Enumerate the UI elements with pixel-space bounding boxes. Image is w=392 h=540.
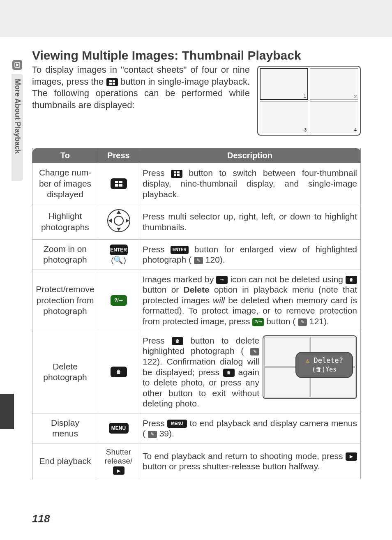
to-text: Display menus (51, 418, 79, 438)
desc-text: button or press shutter-release button h… (143, 462, 320, 471)
desc-text: Press (143, 418, 167, 428)
to-cell: Delete photograph (32, 331, 98, 413)
key-icon: ⊸ (216, 276, 228, 284)
page-title: Viewing Multiple Images: Thumbnail Playb… (32, 48, 361, 62)
col-to: To (32, 148, 98, 163)
zoom-icon: (🔍) (111, 256, 126, 264)
svg-marker-0 (16, 63, 19, 67)
playback-button-icon: ▶ (346, 452, 357, 461)
desc-text: button ( (266, 316, 295, 326)
table-row: Change num- ber of images displayed Pres… (32, 163, 361, 204)
desc-cell: Press ENTER button for enlarged view of … (139, 240, 361, 270)
to-text: Delete photograph (43, 362, 87, 382)
playback-mode-icon (12, 60, 22, 70)
press-cell (98, 163, 139, 204)
edge-marker (0, 394, 14, 429)
desc-text: To end playback and return to shooting m… (143, 451, 346, 461)
trash-button-icon: 🗑 (111, 367, 127, 377)
desc-text: 121). (309, 316, 329, 326)
svg-rect-12 (174, 174, 176, 176)
table-header-row: To Press Description (32, 148, 361, 163)
desc-cell: Press button to switch between four-thum… (139, 163, 361, 204)
svg-rect-13 (177, 174, 180, 176)
desc-text: Images marked by (143, 275, 216, 284)
desc-text: Press (143, 168, 171, 178)
desc-text: Press (143, 336, 172, 345)
svg-marker-17 (117, 228, 121, 231)
svg-rect-4 (109, 83, 112, 85)
svg-marker-18 (108, 219, 112, 223)
svg-marker-19 (126, 219, 129, 223)
thumbnail-preview: 1 2 3 4 (257, 66, 361, 136)
col-description: Description (139, 148, 361, 163)
svg-rect-3 (113, 80, 115, 82)
to-cell: End playback (32, 443, 98, 479)
desc-cell: Press MENU to end playback and display c… (139, 413, 361, 443)
menu-button-icon: MENU (109, 423, 129, 434)
press-cell: ENTER (🔍) (98, 240, 139, 270)
desc-cell: Images marked by ⊸ icon can not be delet… (139, 270, 361, 331)
side-tab-label: More About Playback (13, 79, 22, 154)
table-row: Highlight photographs Press multi select… (32, 204, 361, 240)
press-cell: MENU (98, 413, 139, 443)
thumb-cell: 3 (260, 102, 308, 133)
thumbnail-button-icon (106, 78, 118, 86)
to-cell: Zoom in on photograph (32, 240, 98, 270)
top-band (0, 0, 392, 37)
enter-button-icon: ENTER (171, 246, 189, 254)
table-row: Delete photograph 🗑 ⚠ Delete? (🗑)Yes Pre… (32, 331, 361, 413)
svg-rect-11 (177, 171, 180, 173)
to-text: Zoom in on photograph (43, 244, 87, 264)
svg-rect-9 (119, 184, 122, 187)
operations-table: To Press Description Change num- ber of … (32, 148, 361, 479)
svg-rect-5 (113, 83, 115, 85)
table-row: Zoom in on photograph ENTER (🔍) Press EN… (32, 240, 361, 270)
to-text: Protect/remove protection from photograp… (36, 284, 94, 316)
to-text: Highlight photographs (41, 211, 89, 231)
delete-dialog-preview: ⚠ Delete? (🗑)Yes (263, 335, 357, 399)
protect-button-icon: ?/⊸ (111, 295, 127, 306)
to-text: End playback (39, 456, 91, 466)
table-row: End playback Shutter release/ ▶ To end p… (32, 443, 361, 479)
bubble-line1: Delete? (314, 356, 343, 365)
desc-italic: will (213, 295, 225, 305)
page-ref-icon: ✎ (194, 257, 203, 264)
to-text: Change num- ber of images displayed (39, 168, 91, 199)
svg-rect-7 (119, 181, 122, 183)
svg-rect-6 (115, 181, 118, 183)
thumb-cell: 1 (260, 68, 308, 100)
page-ref-icon: ✎ (148, 431, 157, 438)
desc-text: 39). (159, 429, 174, 438)
press-cell (98, 204, 139, 240)
desc-cell: ⚠ Delete? (🗑)Yes Press 🗑 button to delet… (139, 331, 361, 413)
svg-rect-2 (109, 80, 112, 82)
to-cell: Highlight photographs (32, 204, 98, 240)
to-cell: Display menus (32, 413, 98, 443)
desc-text: icon can not be deleted using (230, 275, 346, 284)
desc-bold: Delete (184, 285, 210, 294)
trash-icon: 🗑 (223, 369, 235, 377)
multi-selector-icon (106, 208, 131, 233)
side-tab: More About Playback (12, 74, 23, 181)
thumbnail-button-icon (111, 178, 127, 189)
table-row: Display menus MENU Press MENU to end pla… (32, 413, 361, 443)
to-cell: Protect/remove protection from photograp… (32, 270, 98, 331)
desc-text: button or (143, 285, 184, 294)
desc-cell: To end playback and return to shooting m… (139, 443, 361, 479)
desc-text: 120). (205, 255, 225, 264)
table-row: Protect/remove protection from photograp… (32, 270, 361, 331)
svg-rect-10 (174, 171, 176, 173)
press-text: Shutter release/ (101, 448, 136, 466)
thumb-cell: 4 (310, 102, 358, 133)
page-ref-icon: ✎ (250, 348, 259, 355)
desc-text: Press (143, 245, 171, 254)
thumb-cell: 2 (310, 68, 358, 100)
press-cell: ?/⊸ (98, 270, 139, 331)
page-ref-icon: ✎ (298, 318, 307, 326)
delete-confirm-bubble: ⚠ Delete? (🗑)Yes (295, 352, 353, 378)
svg-marker-16 (117, 210, 121, 214)
trash-icon: 🗑 (346, 276, 357, 284)
bubble-line2: Yes (325, 366, 337, 373)
desc-text: Press multi selector up, right, left, or… (143, 212, 357, 232)
page-number: 118 (32, 512, 50, 525)
